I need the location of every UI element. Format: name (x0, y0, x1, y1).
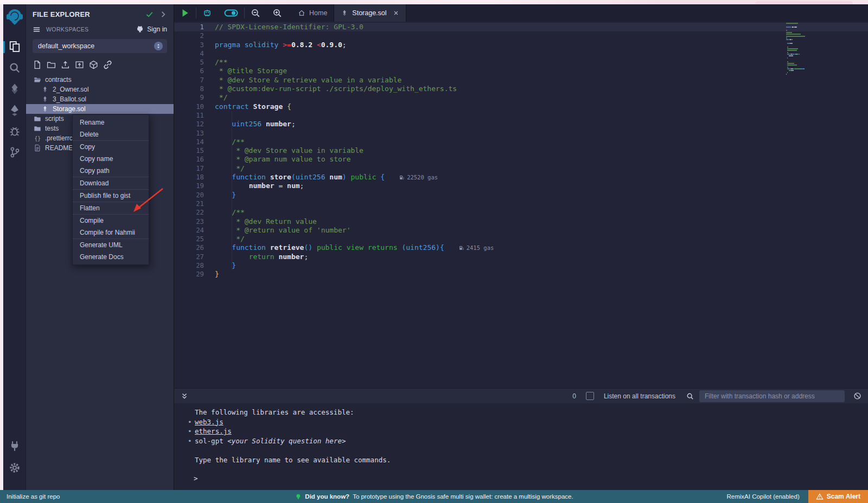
line-number: 19 (174, 182, 204, 190)
ipfs-box-icon[interactable] (89, 60, 98, 69)
tree-item-storage-sol[interactable]: Storage.sol (26, 104, 174, 114)
terminal-output: The following libraries are accessible: … (174, 403, 868, 465)
transaction-filter-input[interactable] (699, 390, 845, 402)
workspace-select-badge (154, 42, 163, 50)
gas-estimate-badge: 22520 gas (399, 173, 438, 182)
line-number: 26 (174, 243, 204, 252)
line-number: 8 (174, 85, 204, 93)
line-number: 10 (174, 102, 204, 111)
create-folder-icon[interactable] (47, 60, 56, 69)
collapse-terminal-icon[interactable] (181, 392, 188, 400)
panel-title: FILE EXPLORER (33, 10, 140, 18)
zoom-in-icon[interactable] (272, 8, 282, 18)
context-menu-item-generate-docs[interactable]: Generate Docs (73, 251, 149, 263)
context-menu-item-delete[interactable]: Delete (73, 128, 149, 140)
code-line-content: /** (215, 138, 245, 146)
activity-bar-items (5, 8, 24, 158)
context-menu-item-copy[interactable]: Copy (73, 140, 149, 153)
line-number: 25 (174, 235, 204, 243)
tab-home[interactable]: Home (291, 4, 334, 22)
code-line-24: 24 * @return value of 'number' (174, 226, 868, 235)
code-line-content: function store(uint256 num) public {2252… (215, 173, 438, 182)
line-number: 27 (174, 253, 204, 261)
home-icon (298, 9, 305, 17)
terminal[interactable]: The following libraries are accessible: … (174, 403, 868, 490)
context-menu-item-copy-name[interactable]: Copy name (73, 153, 149, 165)
zoom-out-icon[interactable] (251, 8, 260, 18)
transaction-count: 0 (572, 392, 576, 400)
upload-file-icon[interactable] (61, 60, 70, 69)
close-tab-icon[interactable] (393, 10, 399, 16)
copilot-status[interactable]: RemixAI Copilot (enabled) (727, 493, 800, 500)
import-url-icon[interactable] (103, 60, 112, 69)
rail-settings-icon[interactable] (9, 462, 21, 474)
rail-plugin-manager-icon[interactable] (9, 440, 21, 452)
code-line-content: uint256 number; (215, 120, 296, 128)
rail-debugger-icon[interactable] (9, 125, 21, 137)
line-number: 16 (174, 155, 204, 164)
clear-console-icon[interactable] (853, 392, 861, 400)
terminal-library-list: web3.jsethers.jssol-gpt <your Solidity q… (195, 417, 868, 446)
tree-item-contracts[interactable]: contracts (26, 75, 174, 85)
terminal-library-item[interactable]: web3.js (195, 417, 868, 427)
code-line-25: 25 */ (174, 235, 868, 243)
file-context-menu: RenameDeleteCopyCopy nameCopy pathDownlo… (72, 114, 149, 265)
code-line-content: contract Storage { (215, 102, 291, 111)
tab-home-label: Home (309, 9, 327, 17)
file-explorer-header: FILE EXPLORER (26, 4, 174, 23)
terminal-library-item[interactable]: ethers.js (195, 427, 868, 436)
tab-storage-sol[interactable]: Storage.sol (334, 4, 406, 22)
workspace-select[interactable]: default_workspace (33, 39, 167, 53)
tree-item-2-owner-sol[interactable]: 2_Owner.sol (26, 85, 174, 94)
terminal-prompt[interactable]: > (194, 474, 198, 482)
context-menu-item-publish-file-to-gist[interactable]: Publish file to gist (73, 189, 149, 202)
chevron-right-icon[interactable] (159, 10, 167, 18)
folder-open-icon (34, 76, 41, 83)
activity-bar-bottom-items (9, 440, 21, 474)
solidity-file-icon (41, 86, 49, 93)
sign-in-button[interactable]: Sign in (136, 25, 167, 34)
context-menu-item-compile[interactable]: Compile (73, 214, 149, 227)
folder-icon (34, 115, 41, 122)
tree-item-3-ballot-sol[interactable]: 3_Ballot.sol (26, 94, 174, 104)
context-menu-item-download[interactable]: Download (73, 177, 149, 189)
code-line-14: 14 /** (174, 138, 868, 146)
context-menu-item-rename[interactable]: Rename (73, 117, 149, 128)
workspace-selected-value: default_workspace (38, 42, 154, 50)
workspaces-menu-icon[interactable] (33, 25, 41, 34)
status-bar: Initialize as git repo Did you know? To … (0, 490, 868, 503)
scam-alert-button[interactable]: Scam Alert (808, 490, 868, 503)
sign-in-label: Sign in (147, 25, 167, 33)
rail-search-icon[interactable] (9, 62, 21, 74)
github-icon (136, 25, 144, 34)
context-menu-item-compile-for-nahmii[interactable]: Compile for Nahmii (73, 227, 149, 238)
ai-assistant-icon[interactable] (202, 8, 212, 18)
context-menu-item-copy-path[interactable]: Copy path (73, 165, 149, 177)
line-number: 17 (174, 164, 204, 173)
listen-all-transactions-label: Listen on all transactions (604, 392, 675, 400)
code-line-content: * @dev Store & retrieve value in a varia… (215, 76, 401, 85)
context-menu-item-flatten[interactable]: Flatten (73, 202, 149, 214)
rail-deploy-run-icon[interactable] (9, 104, 21, 116)
run-script-button[interactable] (180, 8, 190, 18)
code-line-16: 16 * @param num value to store (174, 155, 868, 164)
copilot-toggle[interactable] (224, 8, 238, 18)
upload-folder-icon[interactable] (75, 60, 84, 69)
code-line-26: 26 function retrieve() public view retur… (174, 243, 868, 252)
rail-solidity-compiler-icon[interactable] (9, 83, 21, 95)
listen-all-transactions-checkbox[interactable] (586, 392, 594, 400)
rail-git-icon[interactable] (9, 146, 21, 158)
code-line-content: * @dev Store value in variable (215, 146, 363, 155)
rail-file-explorer-icon[interactable] (9, 41, 21, 53)
browser-chrome-edge (0, 0, 868, 4)
file-explorer-toolbar (26, 53, 174, 73)
indent-guide (232, 129, 232, 138)
editor-minimap[interactable] (786, 23, 840, 75)
code-line-content: } (215, 261, 236, 270)
tree-item-label: 2_Owner.sol (53, 86, 89, 93)
create-file-icon[interactable] (33, 60, 42, 69)
context-menu-item-generate-uml[interactable]: Generate UML (73, 238, 149, 251)
code-editor[interactable]: 1// SPDX-License-Identifier: GPL-3.023pr… (174, 22, 868, 388)
git-init-button[interactable]: Initialize as git repo (7, 493, 60, 500)
terminal-search-icon[interactable] (686, 392, 694, 400)
